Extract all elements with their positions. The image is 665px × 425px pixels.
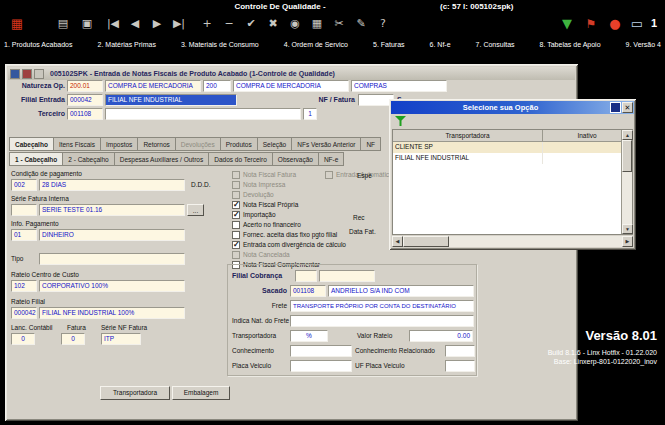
popup-horizontal-scrollbar[interactable]: [392, 236, 633, 247]
printer-icon[interactable]: ▣: [76, 13, 98, 35]
conhecimento-relacionado-field[interactable]: [445, 345, 475, 357]
checkbox-nota-fiscal-fatura[interactable]: Nota Fiscal Fatura: [232, 170, 296, 179]
checkbox-nota-fiscal-propria[interactable]: Nota Fiscal Própria: [232, 200, 298, 209]
popup-vertical-scrollbar[interactable]: [621, 130, 632, 234]
checkbox-fornec-dias-fixo[interactable]: Fornec. aceita dias fixo pgto filial: [232, 230, 337, 239]
natureza-group-field[interactable]: COMPRAS: [351, 80, 447, 92]
remove-icon[interactable]: −: [218, 13, 240, 35]
filial-entrada-code-field[interactable]: 000042: [67, 94, 103, 106]
horizontal-scrollbar-thumb[interactable]: [403, 236, 449, 247]
scroll-right-icon[interactable]: [622, 236, 633, 247]
window-system-icon[interactable]: [10, 69, 20, 79]
checkbox-acerto-financeiro[interactable]: Acerto no financeiro: [232, 220, 301, 229]
nav-next-icon[interactable]: ▶: [146, 13, 168, 35]
tab-itens-fiscais[interactable]: Itens Fiscais: [53, 137, 100, 151]
checkbox-nota-cancelada[interactable]: Nota Cancelada: [232, 250, 290, 259]
info-pagamento-code-field[interactable]: 01: [11, 229, 37, 241]
terceiro-seq-field[interactable]: 1: [303, 108, 317, 120]
menu-tabelas-apoio[interactable]: 8. Tabelas de Apoio: [540, 41, 601, 52]
sacado-desc-field[interactable]: ANDRIELLO S/A IND COM: [328, 285, 474, 297]
window-pin-icon[interactable]: [22, 69, 32, 79]
menu-ordem-servico[interactable]: 4. Ordem de Servico: [284, 41, 348, 52]
grid-header-transportadora[interactable]: Transportadora: [393, 130, 543, 141]
rateio-filial-desc-field[interactable]: FILIAL NFE INDUSTRIAL 100%: [39, 307, 185, 319]
calculator-icon[interactable]: ▦: [306, 13, 328, 35]
natureza-op-code2-field[interactable]: 200: [203, 80, 231, 92]
help-icon[interactable]: ?: [372, 13, 394, 35]
filial-cobranca-code-field[interactable]: [295, 270, 317, 282]
nav-last-icon[interactable]: ▶|: [168, 13, 190, 35]
flag-icon[interactable]: ⚑: [580, 13, 602, 35]
subtab-despesas-auxiliares[interactable]: Despesas Auxiliares / Outros: [114, 152, 208, 166]
natureza-op-desc2-field[interactable]: COMPRA DE MERCADORIA: [233, 80, 349, 92]
window-tools-icon[interactable]: [34, 69, 44, 79]
subtab-1-cabecalho[interactable]: 1 - Cabeçalho: [9, 152, 62, 166]
sacado-code-field[interactable]: 001108: [290, 285, 326, 297]
filter-funnel-icon[interactable]: [395, 116, 406, 126]
terceiro-code-field[interactable]: 001108: [67, 108, 103, 120]
natureza-op-desc-field[interactable]: COMPRA DE MERCADORIA: [105, 80, 201, 92]
rateio-filial-code-field[interactable]: 000042: [11, 307, 37, 319]
indica-nat-frete-field[interactable]: [290, 315, 474, 327]
scroll-left-icon[interactable]: [392, 236, 403, 247]
checkbox-divergencia-calculo[interactable]: Entrada com divergência de cálculo: [232, 240, 346, 249]
subtab-nfe[interactable]: NF-e: [318, 152, 344, 166]
frete-field[interactable]: TRANSPORTE PRÓPRIO POR CONTA DO DESTINAT…: [290, 300, 474, 312]
lanc-contabil-field[interactable]: 0: [11, 333, 35, 345]
grid-row-filial-nfe-industrial[interactable]: FILIAL NFE INDUSTRIAL: [393, 153, 632, 164]
tab-selecao[interactable]: Seleção: [257, 137, 292, 151]
transportadora-pct-field[interactable]: %: [290, 330, 328, 342]
grid-row-cliente-sp[interactable]: CLIENTE SP: [393, 142, 632, 153]
app-grid-icon[interactable]: ▦: [6, 13, 28, 35]
placa-veiculo-field[interactable]: [290, 360, 352, 372]
search-icon[interactable]: ◉: [284, 13, 306, 35]
popup-close-button[interactable]: [622, 102, 633, 113]
rateio-cc-desc-field[interactable]: CORPORATIVO 100%: [39, 280, 185, 292]
edit-icon[interactable]: ✎: [350, 13, 372, 35]
cancel-icon[interactable]: ✖: [262, 13, 284, 35]
grid-header-inativo[interactable]: Inativo: [543, 130, 632, 141]
checkbox-importacao[interactable]: Importação: [232, 210, 276, 219]
tab-cabecalho[interactable]: Cabeçalho: [9, 137, 53, 151]
power-icon[interactable]: ●: [604, 13, 626, 35]
filial-cobranca-desc-field[interactable]: [319, 270, 375, 282]
condicao-pagamento-desc-field[interactable]: 28 DIAS: [39, 179, 185, 191]
menu-produtos-acabados[interactable]: 1. Produtos Acabados: [4, 41, 73, 52]
stack-icon[interactable]: ▤: [52, 13, 74, 35]
menu-faturas[interactable]: 5. Faturas: [373, 41, 405, 52]
serie-nf-fatura-field[interactable]: ITP: [101, 333, 141, 345]
info-pagamento-desc-field[interactable]: DINHEIRO: [39, 229, 185, 241]
cut-icon[interactable]: ✂: [328, 13, 350, 35]
tab-devolucoes[interactable]: Devoluções: [175, 137, 220, 151]
tab-retornos[interactable]: Retornos: [137, 137, 174, 151]
uf-placa-veiculo-field[interactable]: [445, 360, 475, 372]
menu-materias-primas[interactable]: 2. Matérias Primas: [98, 41, 156, 52]
fatura-field[interactable]: 0: [61, 333, 85, 345]
menu-nfe[interactable]: 6. Nf-e: [430, 41, 451, 52]
menu-materiais-consumo[interactable]: 3. Materiais de Consumo: [181, 41, 259, 52]
filial-entrada-desc-field[interactable]: FILIAL NFE INDUSTRIAL: [105, 94, 237, 106]
nav-prev-icon[interactable]: ◀: [124, 13, 146, 35]
serie-fatura-desc-field[interactable]: SERIE TESTE 01.16: [39, 204, 185, 216]
monitor-icon[interactable]: ▭: [626, 13, 648, 35]
popup-pin-button[interactable]: [610, 102, 621, 113]
menu-versao-4[interactable]: 9. Versão 4: [626, 41, 661, 52]
subtab-dados-terceiro[interactable]: Dados do Terceiro: [208, 152, 272, 166]
tab-nfs-versao-anterior[interactable]: NFs Versão Anterior: [291, 137, 360, 151]
nav-first-icon[interactable]: |◀: [102, 13, 124, 35]
vertical-scrollbar-thumb[interactable]: [622, 140, 632, 172]
conhecimento-field[interactable]: [290, 345, 352, 357]
natureza-op-code-field[interactable]: 200.01: [67, 80, 103, 92]
transportadora-button[interactable]: Transportadora: [100, 386, 170, 400]
confirm-icon[interactable]: ✔: [240, 13, 262, 35]
tab-produtos[interactable]: Produtos: [220, 137, 257, 151]
embalagem-button[interactable]: Embalagem: [172, 386, 230, 400]
condicao-pagamento-code-field[interactable]: 002: [11, 179, 37, 191]
subtab-2-cabecalho[interactable]: 2 - Cabeçalho: [62, 152, 113, 166]
terceiro-name-field[interactable]: [105, 108, 301, 120]
add-icon[interactable]: +: [196, 13, 218, 35]
tipo-field[interactable]: [39, 253, 185, 265]
scroll-down-icon[interactable]: [622, 224, 633, 234]
tab-nf-fragment[interactable]: NF: [360, 137, 381, 151]
tab-impostos[interactable]: Impostos: [100, 137, 137, 151]
